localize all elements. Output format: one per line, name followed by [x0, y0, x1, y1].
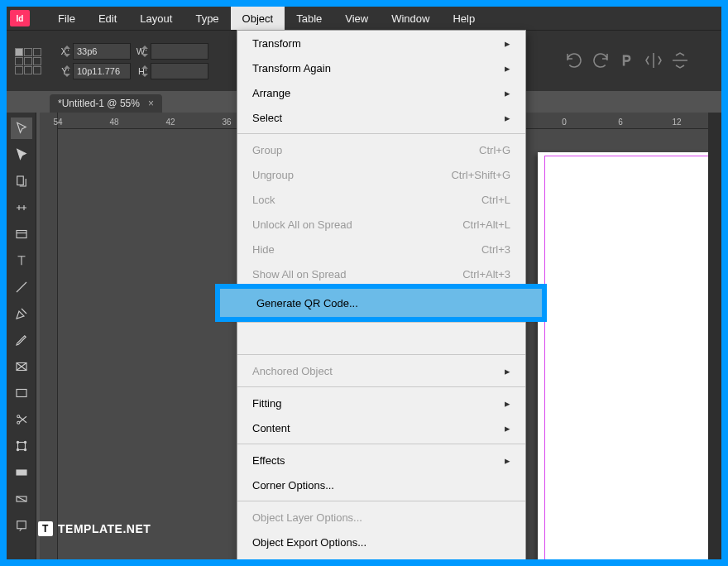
gradient-feather-tool-icon[interactable]	[11, 488, 32, 510]
h-field[interactable]	[151, 63, 208, 79]
svg-point-5	[17, 415, 19, 418]
menubar: Id FileEditLayoutTypeObjectTableViewWind…	[7, 7, 721, 30]
submenu-arrow-icon: ▸	[505, 422, 510, 434]
svg-rect-14	[17, 521, 26, 529]
document-page[interactable]	[538, 152, 721, 559]
menuitem-shortcut: Ctrl+3	[481, 243, 510, 256]
gradient-swatch-tool-icon[interactable]	[11, 462, 32, 483]
indesign-app-icon: Id	[10, 10, 30, 26]
menuitem-shortcut: Ctrl+G	[479, 144, 510, 156]
menuitem-shortcut: Ctrl+Alt+3	[462, 268, 510, 281]
ruler-tick-label: 36	[222, 118, 231, 127]
menuitem-group: GroupCtrl+G	[237, 137, 525, 162]
svg-point-10	[17, 448, 18, 450]
menuitem-select[interactable]: Select▸	[237, 105, 525, 130]
menu-file[interactable]: File	[46, 7, 87, 30]
generate-qr-code-highlight[interactable]: Generate QR Code...	[215, 284, 547, 322]
line-tool-icon[interactable]	[11, 276, 32, 298]
svg-point-9	[24, 441, 26, 443]
menuitem-arrange[interactable]: Arrange▸	[237, 80, 525, 105]
pen-tool-icon[interactable]	[11, 303, 32, 324]
menu-object[interactable]: Object	[231, 7, 285, 30]
menuitem-label: Fitting	[252, 397, 281, 410]
menuitem-label: Object Layer Options...	[252, 511, 362, 524]
free-transform-tool-icon[interactable]	[11, 435, 32, 457]
note-tool-icon[interactable]	[11, 515, 32, 536]
page-tool-icon[interactable]	[11, 170, 32, 192]
menu-separator	[237, 322, 525, 323]
menuitem-label: Show All on Spread	[252, 268, 346, 281]
svg-point-11	[24, 448, 26, 450]
submenu-arrow-icon: ▸	[505, 87, 510, 99]
submenu-arrow-icon: ▸	[505, 62, 510, 74]
menu-window[interactable]: Window	[380, 7, 441, 30]
rotate-cw-icon[interactable]	[591, 50, 611, 70]
flip-h-icon[interactable]	[644, 50, 663, 70]
menuitem-fitting[interactable]: Fitting▸	[237, 391, 525, 415]
menuitem-object-layer-options: Object Layer Options...	[237, 505, 525, 530]
menuitem-captions[interactable]: Captions▸	[237, 554, 525, 559]
menuitem-label: Arrange	[252, 87, 290, 99]
document-tab[interactable]: *Untitled-1 @ 55% ×	[50, 94, 162, 113]
svg-rect-4	[17, 390, 26, 397]
p-icon[interactable]: P	[617, 50, 637, 70]
scissors-tool-icon[interactable]	[11, 409, 32, 430]
x-field[interactable]: 33p6	[73, 43, 131, 60]
pencil-tool-icon[interactable]	[11, 329, 32, 351]
document-tab-title: *Untitled-1 @ 55%	[58, 98, 140, 109]
content-collector-tool-icon[interactable]	[11, 223, 32, 245]
svg-rect-1	[17, 176, 23, 185]
y-field[interactable]: 10p11.776	[73, 63, 131, 79]
direct-selection-tool-icon[interactable]	[11, 144, 32, 165]
menuitem-label: Transform Again	[252, 62, 331, 74]
ruler-tick-label: 48	[109, 118, 118, 127]
menuitem-label: Hide	[252, 243, 275, 256]
ruler-tick-label: 0	[562, 118, 567, 127]
type-tool-icon[interactable]	[11, 250, 32, 271]
menuitem-transform-again[interactable]: Transform Again▸	[237, 55, 525, 80]
menuitem-show-all-on-spread: Show All on SpreadCtrl+Alt+3	[237, 261, 525, 286]
menu-type[interactable]: Type	[184, 7, 230, 30]
menuitem-ungroup: UngroupCtrl+Shift+G	[237, 162, 525, 187]
menuitem-effects[interactable]: Effects▸	[237, 448, 525, 472]
reference-point-grid[interactable]	[15, 48, 41, 74]
template-logo-icon: T	[38, 521, 53, 536]
menuitem-label: Effects	[252, 454, 285, 467]
menu-separator	[237, 386, 525, 387]
menu-separator	[237, 354, 525, 355]
gap-tool-icon[interactable]	[11, 197, 32, 218]
menu-edit[interactable]: Edit	[87, 7, 128, 30]
transform-icons-group: P	[556, 30, 721, 91]
menu-separator	[237, 501, 525, 501]
flip-v-icon[interactable]	[670, 50, 690, 70]
w-field[interactable]	[151, 43, 208, 60]
vertical-ruler[interactable]	[40, 113, 58, 559]
menu-view[interactable]: View	[333, 7, 380, 30]
menuitem-lock: LockCtrl+L	[237, 187, 525, 212]
menu-table[interactable]: Table	[285, 7, 333, 30]
menuitem-unlock-all-on-spread: Unlock All on SpreadCtrl+Alt+L	[237, 212, 525, 237]
menuitem-label: Corner Options...	[252, 479, 334, 492]
ruler-tick-label: 54	[53, 118, 62, 127]
rectangle-frame-tool-icon[interactable]	[11, 356, 32, 377]
ruler-tick-label: 6	[618, 118, 623, 127]
menu-help[interactable]: Help	[441, 7, 486, 30]
ruler-tick-label: 42	[165, 118, 175, 127]
menuitem-hide: HideCtrl+3	[237, 237, 525, 261]
submenu-arrow-icon: ▸	[505, 365, 510, 377]
selection-tool-icon[interactable]	[11, 118, 32, 139]
menu-layout[interactable]: Layout	[128, 7, 184, 30]
menuitem-corner-options[interactable]: Corner Options...	[237, 472, 525, 497]
menuitem-object-export-options[interactable]: Object Export Options...	[237, 530, 525, 554]
watermark: T TEMPLATE.NET	[38, 521, 151, 536]
rotate-ccw-icon[interactable]	[564, 50, 584, 70]
rectangle-tool-icon[interactable]	[11, 382, 32, 404]
menuitem-shortcut: Ctrl+L	[481, 194, 510, 206]
menuitem-content[interactable]: Content▸	[237, 415, 525, 440]
generate-qr-code-label: Generate QR Code...	[256, 297, 358, 309]
menuitem-transform[interactable]: Transform▸	[237, 31, 525, 55]
menuitem-label: Unlock All on Spread	[252, 218, 352, 231]
menuitem-label: Object Export Options...	[252, 536, 366, 549]
close-tab-icon[interactable]: ×	[148, 98, 154, 109]
vertical-scrollbar[interactable]	[708, 113, 721, 559]
